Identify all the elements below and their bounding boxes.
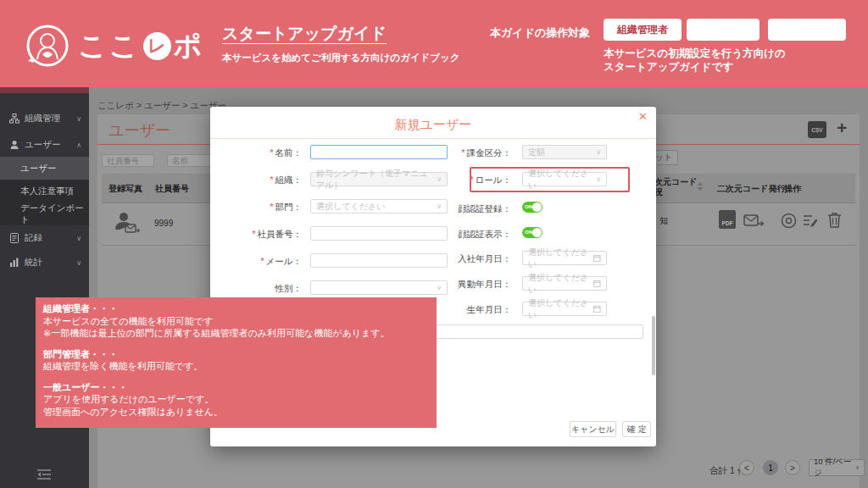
pagination-prev-button[interactable]: < <box>739 460 754 475</box>
face-auth-display-toggle[interactable]: ON <box>522 227 542 238</box>
billing-type-select[interactable]: 定額 ∨ <box>522 145 607 159</box>
sidebar-item-org-management[interactable]: 組織管理 ∨ <box>0 107 89 130</box>
role-description-callout: 組織管理者・・・ 本サービスの全ての機能を利用可能です ※一部機能は最上位の部門… <box>36 297 437 428</box>
pagination-current-page[interactable]: 1 <box>763 460 778 475</box>
guide-description-line1: 本サービスの初期設定を行う方向けの <box>604 47 786 61</box>
edit-icon[interactable] <box>803 214 818 228</box>
face-auth-register-toggle[interactable]: ON <box>522 202 542 213</box>
calendar-icon <box>593 305 601 313</box>
transfer-date-placeholder: 選択してください <box>528 272 593 296</box>
label-email: *メール： <box>217 256 302 266</box>
hire-date-picker[interactable]: 選択してください <box>522 251 607 265</box>
column-header-employee-no: 社員番号 <box>155 183 189 195</box>
search-employee-no-input[interactable] <box>102 154 154 167</box>
sidebar-top-strip <box>0 87 89 93</box>
guide-target-label: 本ガイドの操作対象 <box>490 25 590 41</box>
required-asterisk: * <box>470 175 473 185</box>
callout-section-org-admin: 組織管理者・・・ 本サービスの全ての機能を利用可能です ※一部機能は最上位の部門… <box>43 302 429 340</box>
sort-icon[interactable] <box>698 182 704 191</box>
target-badge-3 <box>768 19 846 41</box>
organization-value: 鈴与シンワート（電子マニュアル） <box>316 168 433 191</box>
label-name: *名前： <box>217 147 302 158</box>
chevron-down-icon: ∨ <box>76 235 81 242</box>
callout-section-general-user: 一般ユーザー・・・ アプリを使用するだけのユーザーです。 管理画面へのアクセス権… <box>43 381 429 419</box>
label-birth-date: 生年月日： <box>426 304 511 314</box>
label-billing-type: *課金区分： <box>426 147 511 158</box>
guide-banner: ここ レ ポ スタートアップガイド 本サービスを始めてご利用する方向けのガイドブ… <box>0 0 868 87</box>
toggle-knob <box>532 202 542 212</box>
sidebar-subitem-user[interactable]: ユーザー <box>0 157 89 180</box>
sidebar-item-statistics[interactable]: 統計 ∨ <box>0 251 89 274</box>
sidebar-item-records[interactable]: 記録 ∨ <box>0 226 89 250</box>
confirm-button[interactable]: 確 定 <box>622 421 651 437</box>
billing-type-value: 定額 <box>528 147 545 158</box>
csv-export-icon[interactable]: CSV <box>808 121 826 138</box>
logo-circle-letter: レ <box>143 32 171 60</box>
chevron-up-icon: ∧ <box>76 141 81 149</box>
role-select[interactable]: 選択してください ∨ <box>522 172 607 186</box>
org-chart-icon <box>9 114 19 124</box>
page-title: ユーザー <box>108 120 170 141</box>
logo-text-2: ポ <box>174 24 205 68</box>
transfer-date-picker[interactable]: 選択してください <box>522 276 607 291</box>
chevron-down-icon: ∨ <box>596 148 601 156</box>
toggle-on-label: ON <box>525 204 532 210</box>
delete-trash-icon[interactable] <box>827 212 842 228</box>
send-mail-icon[interactable] <box>743 214 764 228</box>
label-employee-no: *社員番号： <box>217 229 302 239</box>
column-header-qr-issue: 二次元コード発行 <box>717 183 785 195</box>
sidebar-subitem-personal-notes[interactable]: 本人注意事項 <box>0 180 89 202</box>
view-eye-icon[interactable] <box>781 213 797 229</box>
hire-date-placeholder: 選択してください <box>528 247 593 270</box>
logo-text-1: ここ <box>78 24 141 68</box>
modal-scrollbar-thumb[interactable] <box>652 316 655 375</box>
label-role: *ロール： <box>426 175 511 185</box>
birth-date-placeholder: 選択してください <box>528 297 593 321</box>
breadcrumb[interactable]: ここレポ > ユーザー > ユーザー <box>97 100 226 112</box>
target-badge-2 <box>687 19 760 41</box>
add-user-plus-icon[interactable]: + <box>837 118 847 138</box>
chevron-down-icon: ∨ <box>76 115 81 123</box>
required-asterisk: * <box>270 147 273 158</box>
bar-chart-icon <box>9 258 19 268</box>
label-face-auth-register: 顔認証登録： <box>426 203 511 214</box>
page-size-value: 10 件/ページ <box>814 457 855 479</box>
cell-qr-status: 知 <box>659 215 668 227</box>
required-asterisk: * <box>252 229 255 239</box>
modal-title-divider <box>210 138 656 139</box>
mascot-icon <box>25 24 70 68</box>
app-logo: ここ レ ポ <box>25 24 204 68</box>
label-gender: 性別： <box>217 283 302 293</box>
role-placeholder: 選択してください <box>528 168 593 191</box>
avatar-with-envelope-icon <box>113 211 140 236</box>
chevron-down-icon: ∨ <box>76 259 81 267</box>
calendar-icon <box>593 254 601 262</box>
pdf-download-icon[interactable]: PDF <box>719 210 736 229</box>
target-badge-org-admin: 組織管理者 <box>604 19 682 41</box>
page-size-select[interactable]: 10 件/ページ ∨ <box>809 459 865 476</box>
toggle-on-label: ON <box>525 230 532 236</box>
sidebar-subitem-label: 本人注意事項 <box>20 186 74 197</box>
sidebar-subitem-data-import[interactable]: データインポート <box>0 202 89 225</box>
sidebar-item-label: 記録 <box>25 232 42 244</box>
callout-heading: 一般ユーザー・・・ <box>43 381 429 394</box>
cancel-button[interactable]: キャンセル <box>570 421 616 437</box>
label-transfer-date: 異動年月日： <box>426 279 511 289</box>
chevron-down-icon: ∨ <box>596 175 601 183</box>
callout-line: ※一部機能は最上位の部門に所属する組織管理者のみ利用可能な機能があります。 <box>43 327 429 340</box>
modal-title: 新規ユーザー <box>210 117 656 133</box>
birth-date-picker[interactable]: 選択してください <box>522 302 607 316</box>
label-department: *部門： <box>217 202 302 212</box>
guide-subtitle: 本サービスを始めてご利用する方向けのガイドブック <box>222 52 460 64</box>
label-face-auth-display: 顔認証表示： <box>426 229 511 239</box>
pagination-next-button[interactable]: > <box>785 460 800 475</box>
sidebar-item-user[interactable]: ユーザー ∧ <box>0 133 89 157</box>
callout-heading: 部門管理者・・・ <box>43 348 429 361</box>
user-icon <box>9 140 19 150</box>
callout-line: 組織管理を除く機能を利用可能です。 <box>43 360 429 373</box>
required-asterisk: * <box>270 175 273 185</box>
sidebar: 組織管理 ∨ ユーザー ∧ ユーザー 本人注意事項 データインポート <box>0 87 89 488</box>
sidebar-collapse-icon[interactable] <box>37 469 51 480</box>
required-asterisk: * <box>270 202 273 212</box>
toggle-knob <box>532 228 542 237</box>
